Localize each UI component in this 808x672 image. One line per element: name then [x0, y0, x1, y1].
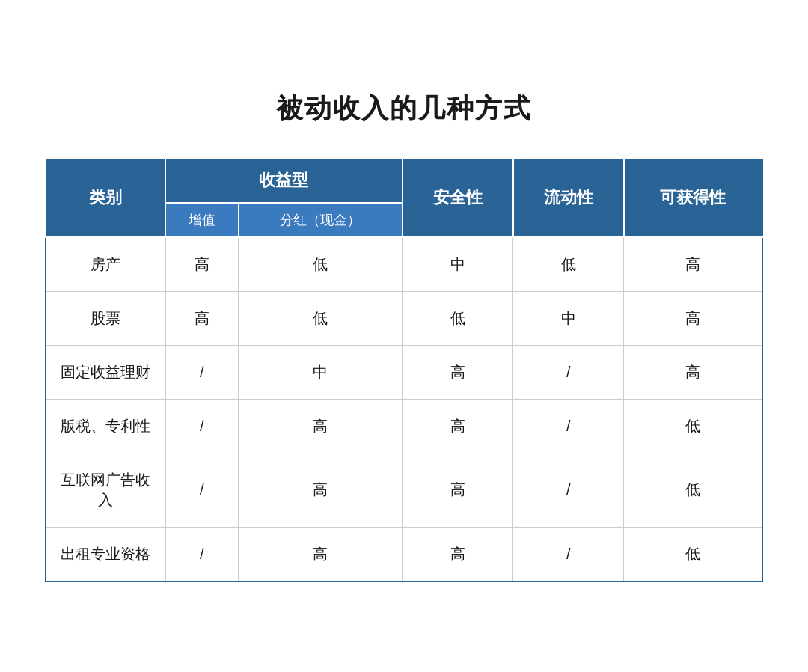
cell-liquidity: 中 — [513, 291, 624, 345]
cell-safety: 中 — [403, 237, 513, 292]
cell-liquidity: 低 — [513, 237, 624, 292]
header-income-group: 收益型 — [165, 158, 403, 203]
cell-availability: 低 — [624, 527, 762, 581]
table-row: 互联网广告收入/高高/低 — [46, 453, 762, 527]
cell-safety: 高 — [403, 345, 513, 399]
cell-dividend: 中 — [239, 345, 403, 399]
cell-safety: 高 — [403, 399, 513, 453]
cell-safety: 高 — [403, 453, 513, 527]
cell-dividend: 高 — [239, 399, 403, 453]
table-row: 股票高低低中高 — [46, 291, 762, 345]
cell-availability: 高 — [624, 291, 762, 345]
cell-appreciation: / — [165, 453, 239, 527]
cell-appreciation: 高 — [165, 291, 239, 345]
cell-availability: 高 — [624, 345, 762, 399]
table-body: 房产高低中低高股票高低低中高固定收益理财/中高/高版税、专利性/高高/低互联网广… — [46, 237, 762, 581]
cell-dividend: 高 — [239, 527, 403, 581]
cell-availability: 高 — [624, 237, 762, 292]
cell-appreciation: / — [165, 345, 239, 399]
header-availability: 可获得性 — [624, 158, 762, 237]
cell-category: 互联网广告收入 — [46, 453, 165, 527]
header-safety: 安全性 — [403, 158, 513, 237]
header-liquidity: 流动性 — [513, 158, 624, 237]
page-title: 被动收入的几种方式 — [276, 91, 532, 127]
header-dividend: 分红（现金） — [239, 203, 403, 237]
cell-safety: 高 — [403, 527, 513, 581]
cell-safety: 低 — [403, 291, 513, 345]
table-row: 版税、专利性/高高/低 — [46, 399, 762, 453]
cell-liquidity: / — [513, 453, 624, 527]
header-appreciation: 增值 — [165, 203, 239, 237]
cell-availability: 低 — [624, 453, 762, 527]
cell-category: 房产 — [46, 237, 165, 292]
cell-category: 版税、专利性 — [46, 399, 165, 453]
cell-dividend: 高 — [239, 453, 403, 527]
cell-appreciation: / — [165, 399, 239, 453]
cell-liquidity: / — [513, 345, 624, 399]
cell-appreciation: / — [165, 527, 239, 581]
cell-category: 出租专业资格 — [46, 527, 165, 581]
cell-liquidity: / — [513, 527, 624, 581]
table-row: 房产高低中低高 — [46, 237, 762, 292]
main-table: 类别 收益型 安全性 流动性 可获得性 增值 分红（现金） 房产高低中低高股票高… — [45, 157, 763, 582]
cell-liquidity: / — [513, 399, 624, 453]
cell-availability: 低 — [624, 399, 762, 453]
page-container: 被动收入的几种方式 类别 收益型 安全性 流动性 可获得性 增值 分红（现金） … — [45, 91, 763, 582]
table-row: 固定收益理财/中高/高 — [46, 345, 762, 399]
header-category: 类别 — [46, 158, 165, 237]
table-row: 出租专业资格/高高/低 — [46, 527, 762, 581]
cell-appreciation: 高 — [165, 237, 239, 292]
header-row-1: 类别 收益型 安全性 流动性 可获得性 — [46, 158, 762, 203]
cell-dividend: 低 — [239, 237, 403, 292]
cell-category: 股票 — [46, 291, 165, 345]
table-wrapper: 类别 收益型 安全性 流动性 可获得性 增值 分红（现金） 房产高低中低高股票高… — [45, 157, 763, 582]
cell-dividend: 低 — [239, 291, 403, 345]
cell-category: 固定收益理财 — [46, 345, 165, 399]
